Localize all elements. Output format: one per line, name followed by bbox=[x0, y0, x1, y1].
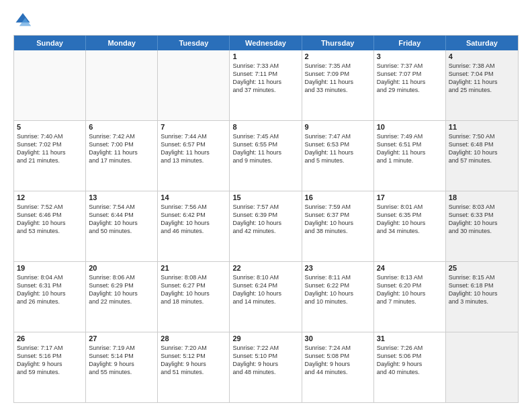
calendar-cell-4: 4Sunrise: 7:38 AM Sunset: 7:04 PM Daylig… bbox=[446, 50, 518, 120]
cell-info: Sunrise: 7:17 AM Sunset: 5:16 PM Dayligh… bbox=[17, 344, 83, 377]
calendar: SundayMondayTuesdayWednesdayThursdayFrid… bbox=[13, 35, 519, 403]
day-number: 5 bbox=[17, 123, 83, 131]
cell-info: Sunrise: 7:40 AM Sunset: 7:02 PM Dayligh… bbox=[17, 132, 83, 165]
weekday-header-tuesday: Tuesday bbox=[158, 36, 230, 50]
cell-info: Sunrise: 7:22 AM Sunset: 5:10 PM Dayligh… bbox=[232, 344, 298, 377]
cell-info: Sunrise: 7:24 AM Sunset: 5:08 PM Dayligh… bbox=[305, 344, 371, 377]
cell-info: Sunrise: 8:13 AM Sunset: 6:20 PM Dayligh… bbox=[377, 273, 443, 306]
calendar-cell-empty-0-2 bbox=[158, 50, 230, 120]
cell-info: Sunrise: 8:01 AM Sunset: 6:35 PM Dayligh… bbox=[377, 203, 443, 236]
calendar-row-2: 12Sunrise: 7:52 AM Sunset: 6:46 PM Dayli… bbox=[14, 191, 518, 261]
day-number: 8 bbox=[232, 123, 298, 131]
day-number: 21 bbox=[161, 264, 226, 272]
day-number: 29 bbox=[232, 334, 298, 342]
day-number: 28 bbox=[161, 334, 226, 342]
logo-icon bbox=[13, 11, 32, 30]
weekday-header-wednesday: Wednesday bbox=[230, 36, 302, 50]
weekday-header-saturday: Saturday bbox=[446, 36, 518, 50]
day-number: 9 bbox=[305, 123, 371, 131]
calendar-row-3: 19Sunrise: 8:04 AM Sunset: 6:31 PM Dayli… bbox=[14, 261, 518, 332]
cell-info: Sunrise: 8:03 AM Sunset: 6:33 PM Dayligh… bbox=[449, 203, 515, 236]
cell-info: Sunrise: 7:38 AM Sunset: 7:04 PM Dayligh… bbox=[449, 62, 515, 95]
calendar-cell-18: 18Sunrise: 8:03 AM Sunset: 6:33 PM Dayli… bbox=[446, 191, 518, 261]
calendar-cell-29: 29Sunrise: 7:22 AM Sunset: 5:10 PM Dayli… bbox=[230, 332, 302, 402]
day-number: 1 bbox=[232, 52, 298, 60]
calendar-cell-30: 30Sunrise: 7:24 AM Sunset: 5:08 PM Dayli… bbox=[302, 332, 374, 402]
day-number: 4 bbox=[449, 52, 515, 60]
calendar-cell-empty-4-6 bbox=[446, 332, 518, 402]
day-number: 31 bbox=[377, 334, 443, 342]
cell-info: Sunrise: 7:49 AM Sunset: 6:51 PM Dayligh… bbox=[377, 132, 443, 165]
calendar-cell-22: 22Sunrise: 8:10 AM Sunset: 6:24 PM Dayli… bbox=[230, 262, 302, 332]
cell-info: Sunrise: 7:42 AM Sunset: 7:00 PM Dayligh… bbox=[89, 132, 154, 165]
day-number: 25 bbox=[449, 264, 515, 272]
cell-info: Sunrise: 7:50 AM Sunset: 6:48 PM Dayligh… bbox=[449, 132, 515, 165]
cell-info: Sunrise: 8:15 AM Sunset: 6:18 PM Dayligh… bbox=[449, 273, 515, 306]
calendar-cell-8: 8Sunrise: 7:45 AM Sunset: 6:55 PM Daylig… bbox=[230, 121, 302, 191]
cell-info: Sunrise: 7:19 AM Sunset: 5:14 PM Dayligh… bbox=[89, 344, 154, 377]
calendar-cell-25: 25Sunrise: 8:15 AM Sunset: 6:18 PM Dayli… bbox=[446, 262, 518, 332]
calendar-cell-1: 1Sunrise: 7:33 AM Sunset: 7:11 PM Daylig… bbox=[230, 50, 302, 120]
cell-info: Sunrise: 7:20 AM Sunset: 5:12 PM Dayligh… bbox=[161, 344, 226, 377]
calendar-cell-17: 17Sunrise: 8:01 AM Sunset: 6:35 PM Dayli… bbox=[374, 191, 446, 261]
cell-info: Sunrise: 7:26 AM Sunset: 5:06 PM Dayligh… bbox=[377, 344, 443, 377]
day-number: 24 bbox=[377, 264, 443, 272]
calendar-row-1: 5Sunrise: 7:40 AM Sunset: 7:02 PM Daylig… bbox=[14, 120, 518, 191]
header bbox=[13, 11, 519, 30]
cell-info: Sunrise: 7:52 AM Sunset: 6:46 PM Dayligh… bbox=[17, 203, 83, 236]
day-number: 17 bbox=[377, 193, 443, 201]
calendar-cell-empty-0-0 bbox=[14, 50, 86, 120]
calendar-cell-19: 19Sunrise: 8:04 AM Sunset: 6:31 PM Dayli… bbox=[14, 262, 86, 332]
cell-info: Sunrise: 7:54 AM Sunset: 6:44 PM Dayligh… bbox=[89, 203, 154, 236]
day-number: 16 bbox=[305, 193, 371, 201]
calendar-cell-14: 14Sunrise: 7:56 AM Sunset: 6:42 PM Dayli… bbox=[158, 191, 230, 261]
cell-info: Sunrise: 8:10 AM Sunset: 6:24 PM Dayligh… bbox=[232, 273, 298, 306]
day-number: 22 bbox=[232, 264, 298, 272]
calendar-cell-21: 21Sunrise: 8:08 AM Sunset: 6:27 PM Dayli… bbox=[158, 262, 230, 332]
cell-info: Sunrise: 7:59 AM Sunset: 6:37 PM Dayligh… bbox=[305, 203, 371, 236]
day-number: 12 bbox=[17, 193, 83, 201]
day-number: 3 bbox=[377, 52, 443, 60]
day-number: 26 bbox=[17, 334, 83, 342]
day-number: 19 bbox=[17, 264, 83, 272]
cell-info: Sunrise: 7:47 AM Sunset: 6:53 PM Dayligh… bbox=[305, 132, 371, 165]
calendar-cell-23: 23Sunrise: 8:11 AM Sunset: 6:22 PM Dayli… bbox=[302, 262, 374, 332]
calendar-cell-10: 10Sunrise: 7:49 AM Sunset: 6:51 PM Dayli… bbox=[374, 121, 446, 191]
day-number: 2 bbox=[305, 52, 371, 60]
calendar-cell-7: 7Sunrise: 7:44 AM Sunset: 6:57 PM Daylig… bbox=[158, 121, 230, 191]
day-number: 27 bbox=[89, 334, 154, 342]
weekday-header-sunday: Sunday bbox=[14, 36, 86, 50]
cell-info: Sunrise: 7:56 AM Sunset: 6:42 PM Dayligh… bbox=[161, 203, 226, 236]
calendar-row-0: 1Sunrise: 7:33 AM Sunset: 7:11 PM Daylig… bbox=[14, 50, 518, 120]
day-number: 11 bbox=[449, 123, 515, 131]
cell-info: Sunrise: 8:11 AM Sunset: 6:22 PM Dayligh… bbox=[305, 273, 371, 306]
page: SundayMondayTuesdayWednesdayThursdayFrid… bbox=[0, 0, 532, 411]
weekday-header-monday: Monday bbox=[86, 36, 158, 50]
cell-info: Sunrise: 8:08 AM Sunset: 6:27 PM Dayligh… bbox=[161, 273, 226, 306]
calendar-cell-empty-0-1 bbox=[86, 50, 158, 120]
day-number: 10 bbox=[377, 123, 443, 131]
cell-info: Sunrise: 8:06 AM Sunset: 6:29 PM Dayligh… bbox=[89, 273, 154, 306]
day-number: 20 bbox=[89, 264, 154, 272]
calendar-cell-9: 9Sunrise: 7:47 AM Sunset: 6:53 PM Daylig… bbox=[302, 121, 374, 191]
day-number: 14 bbox=[161, 193, 226, 201]
day-number: 15 bbox=[232, 193, 298, 201]
calendar-cell-11: 11Sunrise: 7:50 AM Sunset: 6:48 PM Dayli… bbox=[446, 121, 518, 191]
calendar-cell-24: 24Sunrise: 8:13 AM Sunset: 6:20 PM Dayli… bbox=[374, 262, 446, 332]
calendar-cell-20: 20Sunrise: 8:06 AM Sunset: 6:29 PM Dayli… bbox=[86, 262, 158, 332]
day-number: 7 bbox=[161, 123, 226, 131]
day-number: 18 bbox=[449, 193, 515, 201]
logo bbox=[13, 11, 35, 30]
calendar-cell-31: 31Sunrise: 7:26 AM Sunset: 5:06 PM Dayli… bbox=[374, 332, 446, 402]
calendar-cell-16: 16Sunrise: 7:59 AM Sunset: 6:37 PM Dayli… bbox=[302, 191, 374, 261]
day-number: 30 bbox=[305, 334, 371, 342]
calendar-cell-27: 27Sunrise: 7:19 AM Sunset: 5:14 PM Dayli… bbox=[86, 332, 158, 402]
cell-info: Sunrise: 7:33 AM Sunset: 7:11 PM Dayligh… bbox=[232, 62, 298, 95]
day-number: 13 bbox=[89, 193, 154, 201]
cell-info: Sunrise: 7:57 AM Sunset: 6:39 PM Dayligh… bbox=[232, 203, 298, 236]
calendar-cell-15: 15Sunrise: 7:57 AM Sunset: 6:39 PM Dayli… bbox=[230, 191, 302, 261]
cell-info: Sunrise: 8:04 AM Sunset: 6:31 PM Dayligh… bbox=[17, 273, 83, 306]
calendar-body: 1Sunrise: 7:33 AM Sunset: 7:11 PM Daylig… bbox=[14, 50, 518, 402]
calendar-cell-12: 12Sunrise: 7:52 AM Sunset: 6:46 PM Dayli… bbox=[14, 191, 86, 261]
calendar-row-4: 26Sunrise: 7:17 AM Sunset: 5:16 PM Dayli… bbox=[14, 332, 518, 402]
